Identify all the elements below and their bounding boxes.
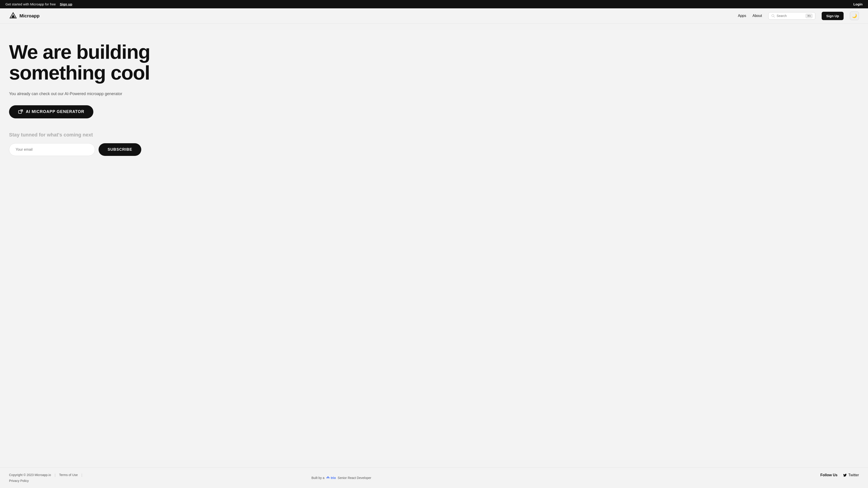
hero-title: We are building something cool [9,41,194,84]
main-content: We are building something cool You alrea… [0,24,204,467]
terms-link[interactable]: Terms of Use [59,473,78,477]
navbar: Microapp Apps About ⌘k Sign Up 🌙 [0,8,868,24]
footer-links-row: Copyright © 2023 Microapp.io | Terms of … [9,473,82,477]
announcement-bar: Get started with Microapp for free Sign … [0,0,868,8]
trio-icon [326,476,330,480]
announcement-signup-link[interactable]: Sign up [60,2,72,6]
trio-logo: trio [326,476,336,480]
nav-apps[interactable]: Apps [738,14,746,18]
nav-links: Apps About ⌘k Sign Up 🌙 [738,11,859,20]
footer: Copyright © 2023 Microapp.io | Terms of … [0,467,868,488]
twitter-icon [843,473,847,477]
footer-built-by: Built by a trio Senior React Developer [311,476,371,480]
privacy-link[interactable]: Privacy Policy [9,479,82,483]
logo-link[interactable]: Microapp [9,12,39,20]
follow-us-label: Follow Us [820,473,837,477]
cta-button[interactable]: AI MICROAPP GENERATOR [9,105,93,119]
moon-icon: 🌙 [852,13,857,18]
announcement-text: Get started with Microapp for free [5,2,56,6]
external-link-icon [18,109,23,114]
announcement-login-link[interactable]: Login [853,2,863,6]
svg-point-5 [328,477,329,478]
logo-icon [9,12,17,20]
twitter-label: Twitter [848,473,859,477]
subscribe-form: SUBSCRIBE [9,143,194,156]
subscribe-label: Stay tunned for what's coming next [9,132,194,138]
theme-toggle-button[interactable]: 🌙 [850,11,859,20]
nav-about[interactable]: About [752,14,762,18]
search-box[interactable]: ⌘k [768,12,815,20]
signup-button[interactable]: Sign Up [822,12,844,20]
search-kbd: ⌘k [806,14,813,18]
svg-rect-2 [19,110,22,113]
cta-label: AI MICROAPP GENERATOR [26,109,84,114]
subscribe-section: Stay tunned for what's coming next SUBSC… [9,132,194,156]
footer-copyright: Copyright © 2023 Microapp.io [9,473,51,477]
footer-right: Follow Us Twitter [820,473,859,477]
search-input[interactable] [777,14,804,18]
footer-left: Copyright © 2023 Microapp.io | Terms of … [9,473,82,483]
svg-line-1 [774,17,775,18]
logo-text: Microapp [20,13,39,19]
twitter-link[interactable]: Twitter [843,473,859,477]
hero-subtitle: You already can check out our AI-Powered… [9,92,194,96]
email-input[interactable] [9,143,95,156]
subscribe-button[interactable]: SUBSCRIBE [98,143,141,156]
svg-point-6 [329,477,330,479]
svg-point-4 [327,477,328,479]
search-icon [771,14,775,18]
